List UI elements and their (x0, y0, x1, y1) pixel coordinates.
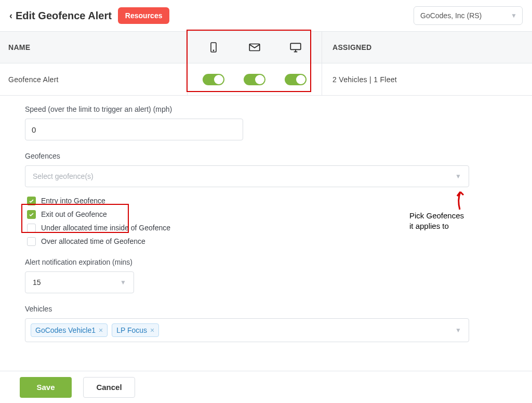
organization-select[interactable]: GoCodes, Inc (RS) ▼ (414, 6, 523, 25)
chevron-down-icon: ▼ (455, 327, 461, 334)
remove-chip-icon[interactable]: × (99, 326, 103, 334)
mobile-icon (207, 41, 220, 54)
label-vehicles: Vehicles (25, 305, 507, 313)
label-expiry: Alert notification expiration (mins) (25, 258, 507, 266)
remove-chip-icon[interactable]: × (150, 326, 154, 334)
vehicle-chip-label: GoCodes Vehicle1 (35, 326, 96, 334)
cancel-button[interactable]: Cancel (83, 377, 135, 398)
vehicles-select[interactable]: GoCodes Vehicle1 × LP Focus × ▼ (25, 318, 469, 342)
expiry-select[interactable]: 15 ▼ (25, 271, 134, 293)
svg-point-1 (213, 50, 214, 50)
label-over: Over allocated time of Geofence (41, 237, 145, 245)
checkbox-under[interactable] (27, 224, 36, 232)
toggle-desktop[interactable] (285, 74, 307, 85)
vehicle-chip[interactable]: GoCodes Vehicle1 × (31, 323, 108, 337)
speed-input[interactable] (25, 119, 243, 140)
expiry-value: 15 (33, 278, 41, 287)
column-header-assigned: ASSIGNED (322, 43, 532, 51)
geofences-select[interactable]: Select geofence(s) ▼ (25, 165, 469, 187)
checkbox-over[interactable] (27, 237, 36, 246)
label-geofences: Geofences (25, 152, 507, 160)
page-title: Edit Geofence Alert (16, 10, 112, 22)
chevron-down-icon: ▼ (120, 279, 126, 286)
svg-rect-3 (291, 43, 301, 49)
desktop-icon (289, 41, 302, 54)
geofences-placeholder: Select geofence(s) (33, 172, 94, 180)
assigned-summary: 2 Vehicles | 1 Fleet (322, 75, 532, 84)
toggle-mobile[interactable] (203, 74, 224, 85)
label-under: Under allocated time inside of Geofence (41, 224, 170, 232)
column-header-name: NAME (0, 43, 187, 51)
svg-rect-2 (249, 44, 260, 51)
checkbox-entry[interactable] (27, 197, 36, 205)
label-exit: Exit out of Geofence (41, 210, 107, 218)
toggle-email[interactable] (244, 74, 265, 85)
resources-button[interactable]: Resources (118, 7, 170, 24)
chevron-down-icon: ▼ (511, 12, 517, 19)
alert-name: Geofence Alert (0, 75, 187, 84)
chevron-down-icon: ▼ (455, 173, 461, 180)
vehicle-chip-label: LP Focus (116, 326, 147, 334)
checkbox-exit[interactable] (27, 210, 36, 219)
save-button[interactable]: Save (20, 377, 72, 398)
email-icon (248, 41, 261, 54)
label-speed: Speed (over the limit to trigger an aler… (25, 105, 507, 113)
label-entry: Entry into Geofence (41, 197, 105, 205)
back-button[interactable]: ‹ (6, 10, 16, 21)
organization-selected-label: GoCodes, Inc (RS) (420, 11, 482, 20)
vehicle-chip[interactable]: LP Focus × (112, 323, 159, 337)
